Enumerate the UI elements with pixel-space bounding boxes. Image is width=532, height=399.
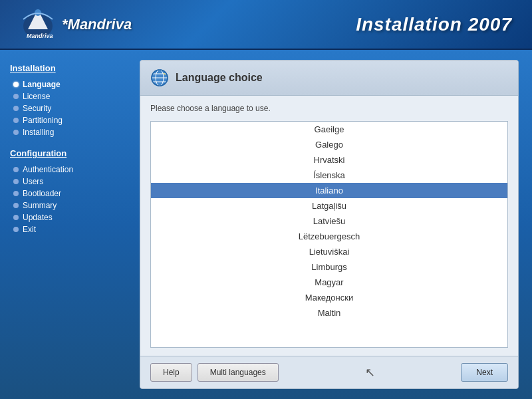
configuration-section-title: Configuration bbox=[10, 148, 130, 158]
installation-section: Installation Language License Security P… bbox=[10, 63, 130, 138]
panel-instruction: Please choose a language to use. bbox=[150, 104, 508, 113]
language-list-item[interactable]: Magyar bbox=[151, 275, 507, 290]
summary-dot bbox=[13, 203, 19, 208]
sidebar-label-updates: Updates bbox=[23, 213, 53, 222]
sidebar-label-users: Users bbox=[23, 177, 43, 186]
mouse-cursor-icon: ↖ bbox=[365, 365, 375, 380]
sidebar-item-authentication[interactable]: Authentication bbox=[10, 164, 130, 176]
language-list-item[interactable]: Latviešu bbox=[151, 213, 507, 229]
sidebar-label-authentication: Authentication bbox=[23, 165, 73, 174]
panel-body: Please choose a language to use. Gaeilge… bbox=[140, 96, 518, 356]
language-list-item[interactable]: Lëtzebuergesch bbox=[151, 229, 507, 244]
language-list-item[interactable]: Íslenska bbox=[151, 168, 507, 183]
sidebar-label-security: Security bbox=[23, 104, 51, 113]
sidebar-label-language: Language bbox=[23, 80, 61, 89]
language-icon bbox=[150, 68, 169, 87]
configuration-section: Configuration Authentication Users Bootl… bbox=[10, 148, 130, 235]
sidebar-label-license: License bbox=[23, 92, 50, 101]
language-list[interactable]: GaeilgeGalegoHrvatskiÍslenskaItalianoLat… bbox=[151, 122, 507, 347]
license-dot bbox=[13, 94, 19, 99]
sidebar-item-partitioning[interactable]: Partitioning bbox=[10, 114, 130, 126]
svg-text:Mandriva: Mandriva bbox=[27, 33, 53, 39]
language-list-item[interactable]: Limburgs bbox=[151, 259, 507, 275]
language-list-item[interactable]: Italiano bbox=[151, 183, 507, 198]
multi-languages-button[interactable]: Multi languages bbox=[198, 363, 279, 382]
language-list-item[interactable]: Lietuviškai bbox=[151, 244, 507, 259]
mandriva-logo-icon: Mandriva bbox=[20, 6, 57, 43]
bootloader-dot bbox=[13, 191, 19, 196]
sidebar-label-partitioning: Partitioning bbox=[23, 116, 63, 125]
logo-area: Mandriva *Mandriva bbox=[20, 6, 132, 43]
sidebar-item-exit[interactable]: Exit bbox=[10, 223, 130, 235]
users-dot bbox=[13, 179, 19, 184]
cursor-area: ↖ bbox=[279, 365, 462, 380]
sidebar-item-language[interactable]: Language bbox=[10, 78, 130, 90]
installing-dot bbox=[13, 130, 19, 135]
sidebar-item-license[interactable]: License bbox=[10, 90, 130, 102]
footer-left-buttons: Help Multi languages bbox=[150, 363, 279, 382]
help-button[interactable]: Help bbox=[150, 363, 192, 382]
updates-dot bbox=[13, 215, 19, 220]
sidebar-item-users[interactable]: Users bbox=[10, 176, 130, 188]
installation-section-title: Installation bbox=[10, 63, 130, 73]
sidebar-item-updates[interactable]: Updates bbox=[10, 211, 130, 223]
sidebar-label-summary: Summary bbox=[23, 201, 57, 210]
language-list-item[interactable]: Galego bbox=[151, 137, 507, 152]
sidebar: Installation Language License Security P… bbox=[0, 50, 140, 399]
sidebar-item-installing[interactable]: Installing bbox=[10, 126, 130, 138]
sidebar-label-bootloader: Bootloader bbox=[23, 189, 61, 198]
language-list-item[interactable]: Македонски bbox=[151, 290, 507, 305]
sidebar-label-exit: Exit bbox=[23, 225, 36, 234]
language-list-item[interactable]: Hrvatski bbox=[151, 152, 507, 168]
logo-text: *Mandriva bbox=[62, 16, 132, 33]
header-title: Installation 2007 bbox=[356, 14, 512, 35]
sidebar-item-bootloader[interactable]: Bootloader bbox=[10, 188, 130, 200]
security-dot bbox=[13, 106, 19, 111]
authentication-dot bbox=[13, 167, 19, 172]
panel-header: Language choice bbox=[140, 61, 518, 96]
language-list-container: GaeilgeGalegoHrvatskiÍslenskaItalianoLat… bbox=[150, 121, 508, 348]
panel-title: Language choice bbox=[176, 72, 263, 84]
exit-dot bbox=[13, 227, 19, 232]
sidebar-item-security[interactable]: Security bbox=[10, 102, 130, 114]
language-list-item[interactable]: Maltin bbox=[151, 305, 507, 321]
sidebar-label-installing: Installing bbox=[23, 128, 54, 137]
next-button[interactable]: Next bbox=[461, 363, 508, 382]
panel-footer: Help Multi languages ↖ Next bbox=[140, 356, 518, 388]
language-dot bbox=[13, 82, 19, 87]
header: Mandriva *Mandriva Installation 2007 bbox=[0, 0, 532, 50]
language-list-item[interactable]: Gaeilge bbox=[151, 122, 507, 137]
sidebar-item-summary[interactable]: Summary bbox=[10, 200, 130, 211]
partitioning-dot bbox=[13, 118, 19, 123]
language-list-item[interactable]: Latgaļišu bbox=[151, 198, 507, 213]
main-layout: Installation Language License Security P… bbox=[0, 50, 532, 399]
content-panel: Language choice Please choose a language… bbox=[140, 60, 519, 389]
